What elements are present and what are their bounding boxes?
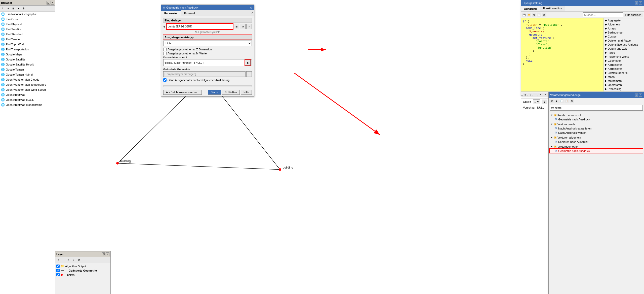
vw-tree-item[interactable]: ⚙Geometrie nach Ausdruck [550,149,643,153]
lg-right-item[interactable]: ▶Maps [604,75,644,79]
eingabelayer-input[interactable] [167,24,233,29]
browser-list-item[interactable]: 🌐OpenStreetMap Monochrome [0,102,55,107]
browser-list-item[interactable]: 🌐Google Terrain [0,67,55,72]
browser-list-item[interactable]: 🌐Google Terrain Hybrid [0,72,55,77]
lg-right-item[interactable]: ▶Processing [604,87,644,91]
lg-right-item[interactable]: ▶Aggregate [604,18,644,22]
lg-right-item[interactable]: ▶Arrays [604,26,644,30]
tab-parameter[interactable]: Parameter [161,10,181,16]
vw-section-header[interactable]: ▼▣Kürzlich verwendet [550,113,643,117]
lg-bottom-btn3[interactable]: − [533,93,538,97]
lg-bottom-btn1[interactable]: = [523,93,528,97]
layer-list-item[interactable]: 📁Algorithm Output [56,264,109,268]
dialog-geometrie-close-button[interactable]: ✕ [250,6,252,9]
layer-checkbox[interactable] [56,269,60,272]
eingabelayer-clear-button[interactable]: ✕ [246,24,252,29]
vw-section-header[interactable]: ▼▣Vektorgeometrie [550,144,643,149]
lg-right-item[interactable]: ▶Farbe [604,51,644,55]
browser-list-item[interactable]: 🌐Google Maps [0,52,55,57]
browser-list-item[interactable]: 🌐Google Satellite [0,57,55,62]
lg-search-input[interactable] [583,12,623,17]
layergestaltung-close-button[interactable]: ✕ [639,1,642,5]
vw-btn2[interactable]: ▶ [554,99,559,103]
lg-right-item[interactable]: ▶Felder und Werte [604,55,644,59]
eingabelayer-settings-button[interactable]: ⚙ [240,24,246,29]
geaenderte-geom-browse-button[interactable]: … [246,71,252,77]
layer-down-button[interactable]: ↓ [71,258,76,262]
layer-settings-button[interactable]: ⚙ [76,258,81,262]
browser-list-item[interactable]: 🌐OpenStreetMap [0,92,55,97]
vw-tree-item[interactable]: ⚙Nach Ausdruck wahlen [550,130,643,135]
vw-tree-item[interactable]: ⚙Sortieren nach Ausdruck [550,140,643,144]
layer-checkbox[interactable] [56,265,60,268]
browser-list-item[interactable]: 🌐Esri National Geographic [0,12,55,17]
open-after-checkbox[interactable] [163,78,167,82]
lg-right-item[interactable]: ▶Geometrie [604,59,644,63]
browser-list-item[interactable]: 🌐Esri Ocean [0,17,55,22]
batch-button[interactable]: Als Batchprozess starten... [163,90,202,95]
browser-list-item[interactable]: 🌐OpenStreetMap H.O.T. [0,97,55,102]
layer-remove-button[interactable]: − [61,258,66,262]
lg-right-item[interactable]: ▶Datensätze und Attribute [604,43,644,47]
browser-refresh-button[interactable]: ↻ [1,6,6,11]
layer-restore-button[interactable]: ◱ [102,252,105,256]
browser-settings-button[interactable]: ⚙ [21,6,26,11]
browser-list-item[interactable]: 🌐Esri Satellite [0,27,55,32]
objekt-select[interactable]: 1 [533,99,540,104]
browser-list-item[interactable]: 🌐Open Weather Map Wind Speed [0,87,55,92]
eingabelayer-browse-button[interactable]: ⊞ [234,24,239,29]
browser-filter-button[interactable]: ⊞ [11,6,16,11]
tab-protokoll[interactable]: Protokoll [181,10,198,16]
lg-bottom-btn2[interactable]: + [528,93,533,97]
lg-right-item[interactable]: ▶Datum und Zeit [604,47,644,51]
geaenderte-geom-input[interactable] [163,71,246,77]
lg-right-item[interactable]: ▶Kartenlayer [604,63,644,67]
tab-funktionseditor[interactable]: Funktionseditor [540,6,565,11]
browser-list-item[interactable]: 🌐Google Satellite Hybrid [0,62,55,67]
browser-add-button[interactable]: + [6,6,11,11]
m-werte-checkbox[interactable] [163,52,167,55]
objekt-play-button[interactable]: ▶ [542,100,547,104]
lg-right-item[interactable]: ▶Mathematik [604,79,644,83]
lg-bottom-btn5[interactable]: * [543,93,548,97]
z-dimension-checkbox[interactable] [163,48,167,51]
vw-restore-button[interactable]: ◱ [635,93,638,97]
vw-close-button[interactable]: ✕ [639,93,642,97]
lg-right-item[interactable]: ▶Dateien und Pfade [604,39,644,43]
browser-list-item[interactable]: 🌐Esri Terrain [0,37,55,42]
start-button[interactable]: Starte [208,90,221,95]
dialog-collapse-button[interactable]: › [198,10,254,16]
vw-search-input[interactable] [550,105,643,111]
ausgabegeometrietyp-select[interactable]: Linie [163,41,252,46]
layer-list-item[interactable]: points [56,273,109,277]
browser-collapse-button[interactable]: ▲ [16,6,21,11]
layer-checkbox[interactable] [56,273,60,276]
layer-up-button[interactable]: ↑ [66,258,71,262]
lg-right-item[interactable]: ▶Custom [604,35,644,39]
lg-right-item[interactable]: ▶Letztes (generic) [604,71,644,75]
vw-section-header[interactable]: ▼▣Vektoren allgemein [550,135,643,140]
vw-btn1[interactable]: ⚙ [549,99,554,103]
lg-right-item[interactable]: ▶Allgemein [604,22,644,26]
browser-list-item[interactable]: 🌐Open Weather Map Temperature [0,82,55,87]
vw-tree-item[interactable]: ⚙Nach Ausdruck extrahieren [550,126,643,130]
lg-right-item[interactable]: ▶Kartenlayer [604,67,644,71]
layer-close-button[interactable]: ✕ [106,252,109,256]
browser-list-item[interactable]: 🌐Esri Physical [0,22,55,27]
vw-btn3[interactable]: 🕐 [559,99,564,103]
tab-ausdruck[interactable]: Ausdruck [521,6,540,11]
lg-bottom-btn4[interactable]: / [538,93,543,97]
browser-close-button[interactable]: ✕ [51,1,54,5]
close-button[interactable]: Schließen [222,90,240,95]
lg-paste-button[interactable]: 📋 [537,13,541,17]
layer-add-button[interactable]: + [56,258,61,262]
lg-save-button[interactable]: 💾 [522,13,526,17]
browser-list-item[interactable]: 🌐Esri Topo World [0,42,55,47]
vw-btn4[interactable]: 📋 [565,99,569,103]
vw-tree-item[interactable]: ⚙Geometrie nach Ausdruck [550,117,643,121]
help-button[interactable]: Hilfe [241,90,252,95]
vw-section-header[interactable]: ▼▣Vektorauswahl [550,122,643,126]
lg-code-editor[interactable]: if ( "Class" = 'building' , make_line ( … [521,18,603,91]
lg-right-item[interactable]: ▶Operatoren [604,83,644,87]
layer-list-item[interactable]: Geänderte Geometrie [56,268,109,273]
